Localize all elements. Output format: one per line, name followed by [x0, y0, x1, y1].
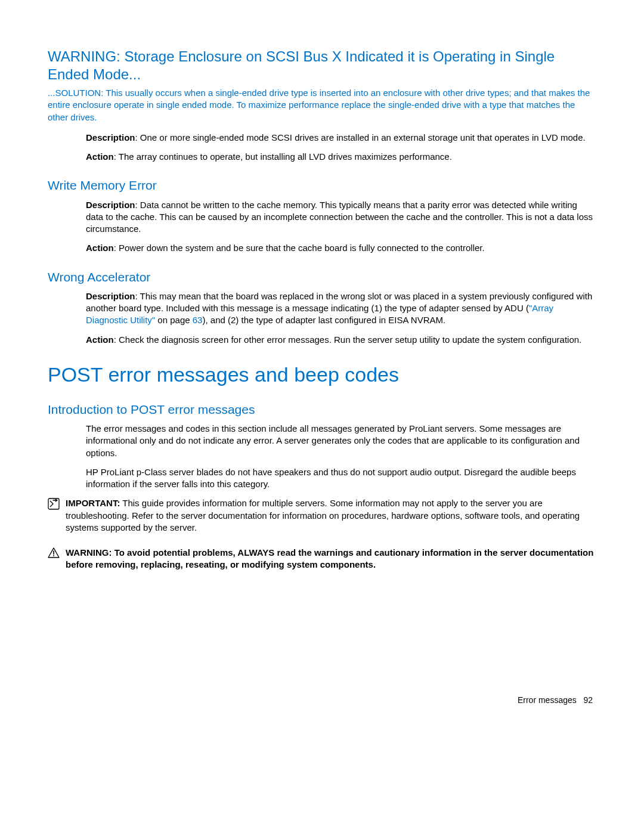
action-paragraph: Action: The array continues to operate, … [86, 151, 596, 163]
description-text-a: : This may mean that the board was repla… [86, 291, 592, 313]
action-text: : Check the diagnosis screen for other e… [114, 335, 582, 345]
solution-text: ...SOLUTION: This usually occurs when a … [48, 87, 596, 123]
warning-icon [48, 547, 60, 558]
heading-storage-enclosure-warning: WARNING: Storage Enclosure on SCSI Bus X… [48, 48, 596, 83]
important-callout: IMPORTANT: This guide provides informati… [48, 497, 596, 541]
link-page-ref[interactable]: 63 [193, 315, 203, 325]
svg-point-2 [53, 555, 54, 556]
section1-body: Description: One or more single-ended mo… [86, 132, 596, 163]
section2-body: Description: Data cannot be written to t… [86, 199, 596, 255]
warning-text: WARNING: To avoid potential problems, AL… [66, 547, 593, 569]
heading-intro-post-errors: Introduction to POST error messages [48, 401, 596, 418]
heading-post-error-messages: POST error messages and beep codes [48, 363, 596, 387]
heading-write-memory-error: Write Memory Error [48, 177, 596, 194]
important-text: This guide provides information for mult… [66, 498, 580, 532]
action-label: Action [86, 335, 114, 345]
warning-paragraph: WARNING: To avoid potential problems, AL… [66, 547, 596, 571]
description-label: Description [86, 200, 135, 210]
description-label: Description [86, 132, 135, 143]
warning-callout: WARNING: To avoid potential problems, AL… [48, 547, 596, 578]
description-text-c: ), and (2) the type of adapter last conf… [202, 315, 445, 325]
intro-paragraph-1: The error messages and codes in this sec… [86, 423, 596, 459]
description-paragraph: Description: This may mean that the boar… [86, 290, 596, 327]
important-paragraph: IMPORTANT: This guide provides informati… [66, 497, 596, 534]
description-paragraph: Description: One or more single-ended mo… [86, 132, 596, 144]
action-label: Action [86, 243, 114, 253]
section3-body: Description: This may mean that the boar… [86, 290, 596, 346]
description-paragraph: Description: Data cannot be written to t… [86, 199, 596, 236]
intro-paragraph-2: HP ProLiant p-Class server blades do not… [86, 466, 596, 491]
heading-wrong-accelerator: Wrong Accelerator [48, 269, 596, 286]
important-label: IMPORTANT: [66, 498, 120, 508]
action-text: : The array continues to operate, but in… [114, 151, 452, 162]
description-text: : One or more single-ended mode SCSI dri… [135, 132, 586, 143]
description-label: Description [86, 291, 135, 301]
action-paragraph: Action: Check the diagnosis screen for o… [86, 334, 596, 346]
description-text: : Data cannot be written to the cache me… [86, 200, 593, 234]
description-text-b: on page [155, 315, 193, 325]
note-icon [48, 498, 60, 510]
action-text: : Power down the system and be sure that… [114, 243, 485, 253]
action-paragraph: Action: Power down the system and be sur… [86, 242, 596, 254]
action-label: Action [86, 151, 114, 162]
